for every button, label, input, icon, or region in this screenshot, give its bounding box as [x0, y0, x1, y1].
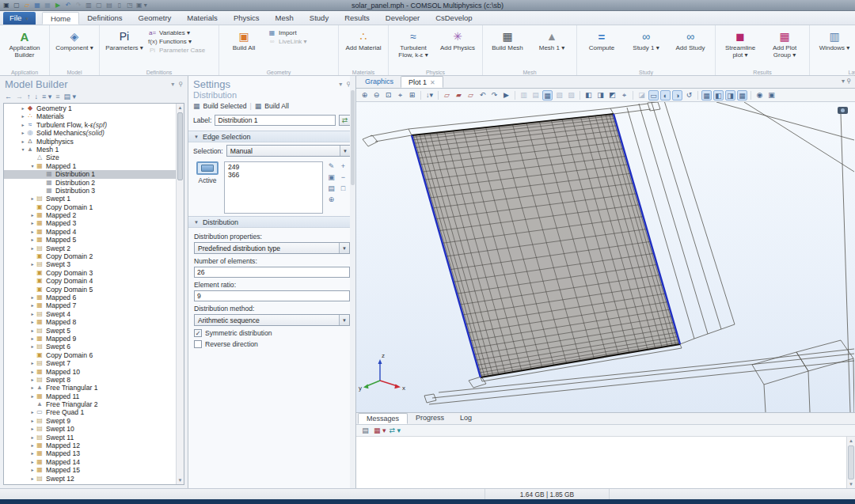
environment-reflections-icon[interactable]: ◑	[672, 90, 682, 100]
build-all-button[interactable]: Build All	[264, 102, 289, 110]
panel-menu-icon[interactable]: ▾	[842, 78, 845, 85]
tree-expander-icon[interactable]: ▸	[29, 211, 36, 219]
tree-item-swept-8[interactable]: ▸▤Swept 8	[4, 376, 184, 384]
tree-expander-icon[interactable]: ▸	[29, 294, 36, 301]
tree-expander-icon[interactable]: ▸	[29, 376, 36, 384]
distribution-method-dropdown[interactable]: Arithmetic sequence ▼	[194, 314, 350, 326]
scrollbar-thumb[interactable]	[177, 112, 183, 180]
tree-item-free-triangular-2[interactable]: ▲Free Triangular 2	[4, 400, 184, 408]
tree-expander-icon[interactable]: ▸	[29, 195, 36, 203]
tree-item-mapped-2[interactable]: ▸▦Mapped 2	[4, 211, 184, 219]
graphics-tab-graphics[interactable]: Graphics	[358, 76, 401, 88]
view-yz-icon[interactable]: ▰	[454, 90, 464, 100]
tree-item-copy-domain-3[interactable]: ▣Copy Domain 3	[4, 269, 184, 277]
tree-item-swept-1[interactable]: ▸▤Swept 1	[4, 195, 184, 203]
nav-forward-icon[interactable]: →	[16, 93, 23, 100]
tree-item-mapped-14[interactable]: ▸▦Mapped 14	[4, 458, 184, 466]
study-1-button[interactable]: ∞Study 1 ▾	[625, 27, 667, 66]
menu-tab-mesh[interactable]: Mesh	[268, 12, 302, 25]
messages-scrollbar[interactable]: ▲ ▼	[846, 437, 855, 488]
menu-tab-home[interactable]: Home	[42, 12, 79, 25]
tree-item-swept-5[interactable]: ▸▤Swept 5	[4, 327, 184, 335]
tree-item-swept-6[interactable]: ▸▤Swept 6	[4, 343, 184, 351]
tree-options-icon[interactable]: ▤ ▾	[64, 93, 77, 100]
settings-scrollbar[interactable]	[350, 76, 355, 488]
windows-button[interactable]: ▥Windows ▾	[814, 27, 855, 66]
move-down-icon[interactable]: ↓	[35, 93, 39, 100]
compute-button[interactable]: =Compute	[581, 27, 622, 66]
tree-expander-icon[interactable]: ▸	[29, 392, 36, 400]
tree-item-mapped-11[interactable]: ▸▦Mapped 11	[4, 392, 184, 400]
reset-hiding-icon[interactable]: ↺	[684, 90, 694, 100]
tree-item-swept-2[interactable]: ▸▤Swept 2	[4, 244, 184, 252]
tree-item-mapped-7[interactable]: ▸▦Mapped 7	[4, 301, 184, 309]
tree-expander-icon[interactable]: ▸	[29, 318, 36, 326]
tree-item-solid-mechanics[interactable]: ▸◎Solid Mechanics (solid)	[4, 129, 184, 137]
menu-tab-results[interactable]: Results	[336, 12, 378, 25]
view-xz-icon[interactable]: ▱	[466, 90, 476, 100]
graphics-viewport[interactable]: z x y	[356, 102, 855, 412]
scroll-down-icon[interactable]: ▼	[847, 480, 855, 488]
record-animation-icon[interactable]: ▣	[766, 90, 777, 100]
tree-item-materials[interactable]: ▸∴Materials	[4, 112, 184, 120]
export-image-icon[interactable]: ◧	[583, 90, 594, 100]
previous-view-icon[interactable]: ↶	[477, 90, 488, 100]
tree-item-mapped-15[interactable]: ▸▦Mapped 15	[4, 466, 184, 474]
tree-expander-icon[interactable]: ▸	[29, 236, 36, 244]
add-plot-group-button[interactable]: ▦Add Plot Group ▾	[764, 27, 805, 66]
functions-button[interactable]: f(x)Functions ▾	[148, 38, 215, 45]
menu-tab-study[interactable]: Study	[302, 12, 336, 25]
tree-item-free-quad-1[interactable]: ▸▭Free Quad 1	[4, 408, 184, 416]
tree-scrollbar[interactable]: ▲ ▼	[176, 104, 184, 484]
build-selected-button[interactable]: Build Selected	[203, 102, 247, 110]
edge-selection-section-header[interactable]: ▼ Edge Selection	[188, 131, 355, 142]
tree-expander-icon[interactable]: ▸	[20, 129, 26, 137]
menu-tab-developer[interactable]: Developer	[378, 12, 428, 25]
label-reset-button[interactable]: ⇄	[339, 115, 351, 126]
scroll-up-icon[interactable]: ▲	[177, 104, 184, 112]
build-all-button[interactable]: ▣Build All	[223, 27, 264, 66]
show-grid-icon[interactable]: ▦	[701, 90, 712, 100]
scrollbar-thumb[interactable]	[848, 445, 854, 479]
selection-dropdown[interactable]: Manual ▼	[226, 145, 351, 157]
tree-item-mapped-5[interactable]: ▸▦Mapped 5	[4, 236, 184, 244]
tree-expander-icon[interactable]: ▸	[29, 368, 36, 376]
active-toggle[interactable]	[196, 161, 218, 175]
component-button[interactable]: ◈Component ▾	[54, 27, 95, 66]
tree-expander-icon[interactable]: ▸	[29, 475, 36, 483]
menu-tab-csdevelop[interactable]: CsDevelop	[428, 12, 480, 25]
tree-item-distribution-3[interactable]: ▦Distribution 3	[4, 187, 184, 195]
remove-from-selection-icon[interactable]: −	[338, 172, 348, 182]
tree-item-swept-10[interactable]: ▸▤Swept 10	[4, 425, 184, 433]
tree-expander-icon[interactable]: ▸	[29, 449, 36, 457]
tree-item-copy-domain-2[interactable]: ▣Copy Domain 2	[4, 252, 184, 260]
tree-expander-icon[interactable]: ▸	[29, 244, 36, 252]
selection-list[interactable]: 249366	[224, 161, 323, 214]
tree-item-copy-domain-6[interactable]: ▣Copy Domain 6	[4, 351, 184, 359]
tree-item-mapped-10[interactable]: ▸▦Mapped 10	[4, 368, 184, 376]
tree-item-swept-11[interactable]: ▸▤Swept 11	[4, 434, 184, 441]
tree-item-swept-7[interactable]: ▸▤Swept 7	[4, 359, 184, 367]
tree-item-mapped-3[interactable]: ▸▦Mapped 3	[4, 219, 184, 227]
tree-expander-icon[interactable]: ▸	[29, 466, 36, 474]
tree-item-geometry-1[interactable]: ▸◆Geometry 1	[4, 104, 184, 112]
show-selection-colors-icon[interactable]: ◨	[725, 90, 735, 100]
tree-item-multiphysics[interactable]: ▸ΔMultiphysics	[4, 138, 184, 146]
reverse-direction-checkbox[interactable]	[194, 340, 202, 348]
scroll-down-icon[interactable]: ▼	[177, 476, 184, 484]
clear-log-icon[interactable]: ▤	[360, 426, 370, 435]
panel-menu-icon[interactable]: ▾	[171, 81, 174, 88]
clear-selection-icon[interactable]: □	[338, 184, 348, 193]
tree-item-mapped-6[interactable]: ▸▦Mapped 6	[4, 294, 184, 301]
zoom-to-selection-icon[interactable]: ⊕	[326, 195, 336, 204]
show-mesh-icon[interactable]: ▦	[737, 90, 747, 100]
menu-tab-physics[interactable]: Physics	[226, 12, 268, 25]
fly-through-icon[interactable]: ▶	[501, 90, 511, 100]
camera-icon[interactable]	[838, 107, 848, 114]
zoom-out-icon[interactable]: ⊖	[371, 90, 382, 100]
turbulent-flow-k--button[interactable]: ≈Turbulent Flow, k-ε ▾	[393, 27, 434, 66]
tree-expander-icon[interactable]: ▸	[29, 434, 36, 441]
tree-expander-icon[interactable]: ▸	[29, 425, 36, 433]
tree-expander-icon[interactable]: ▸	[29, 301, 36, 309]
scene-light-icon[interactable]: ◐	[660, 90, 671, 100]
